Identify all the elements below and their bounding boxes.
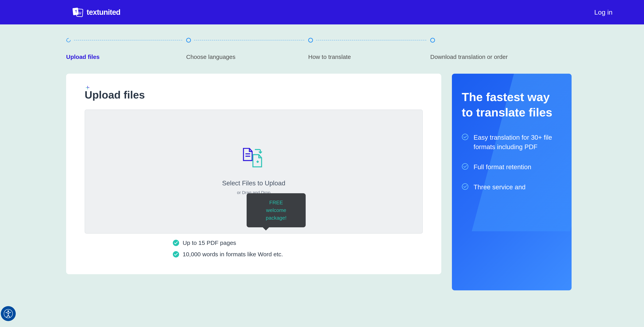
upload-features: Up to 15 PDF pages 10,000 words in forma… xyxy=(85,239,423,258)
tooltip-line: package! xyxy=(253,214,299,222)
step-download-order[interactable]: Download translation or order xyxy=(430,38,572,60)
check-circle-icon xyxy=(462,163,468,170)
promo-list: Easy translation for 30+ file formats in… xyxy=(462,133,562,192)
welcome-tooltip: FREE welcome package! xyxy=(246,193,306,227)
brand-logo[interactable]: T U textunited xyxy=(72,7,120,18)
check-circle-icon xyxy=(462,183,468,190)
upload-title: Upload files xyxy=(85,89,423,101)
textunited-logo-icon: T U xyxy=(72,7,84,18)
step-label: Download translation or order xyxy=(430,54,572,60)
step-choose-languages[interactable]: Choose languages xyxy=(186,38,308,60)
tooltip-line: FREE xyxy=(253,199,299,206)
file-upload-icon xyxy=(242,148,266,170)
promo-text: Full format retention xyxy=(474,162,531,172)
promo-item: Full format retention xyxy=(462,162,562,172)
step-label: Upload files xyxy=(66,54,186,60)
main-content: Upload files Choose languages How to tra… xyxy=(0,25,644,290)
promo-text: Three service and xyxy=(474,182,526,192)
svg-point-9 xyxy=(462,134,468,140)
svg-point-10 xyxy=(462,164,468,169)
step-upload-files[interactable]: Upload files xyxy=(66,38,186,60)
svg-point-11 xyxy=(462,184,468,189)
step-label: How to translate xyxy=(308,54,430,60)
check-icon xyxy=(173,251,179,257)
feature-item: Up to 15 PDF pages xyxy=(173,239,423,246)
login-link[interactable]: Log in xyxy=(594,9,612,16)
feature-text: Up to 15 PDF pages xyxy=(183,239,236,246)
step-how-to-translate[interactable]: How to translate xyxy=(308,38,430,60)
select-files-text: Select Files to Upload xyxy=(222,179,286,187)
promo-item: Three service and xyxy=(462,182,562,192)
svg-point-4 xyxy=(67,39,70,42)
promo-text: Easy translation for 30+ file formats in… xyxy=(474,133,562,152)
plus-decor-icon xyxy=(86,85,89,91)
brand-name: textunited xyxy=(86,8,120,17)
feature-item: 10,000 words in formats like Word etc. xyxy=(173,251,423,258)
check-circle-icon xyxy=(462,134,468,140)
promo-title: The fastest way to translate files xyxy=(462,89,562,120)
svg-text:U: U xyxy=(78,11,81,15)
svg-text:T: T xyxy=(75,9,77,14)
promo-item: Easy translation for 30+ file formats in… xyxy=(462,133,562,152)
promo-sidebar: The fastest way to translate files Easy … xyxy=(452,74,572,290)
check-icon xyxy=(173,240,179,246)
feature-text: 10,000 words in formats like Word etc. xyxy=(183,251,283,258)
step-label: Choose languages xyxy=(186,54,308,60)
tooltip-line: welcome xyxy=(253,206,299,214)
spinner-icon xyxy=(66,38,71,43)
app-header: T U textunited Log in xyxy=(0,0,644,25)
wizard-steps: Upload files Choose languages How to tra… xyxy=(66,38,572,60)
upload-card: Upload files xyxy=(66,74,441,274)
